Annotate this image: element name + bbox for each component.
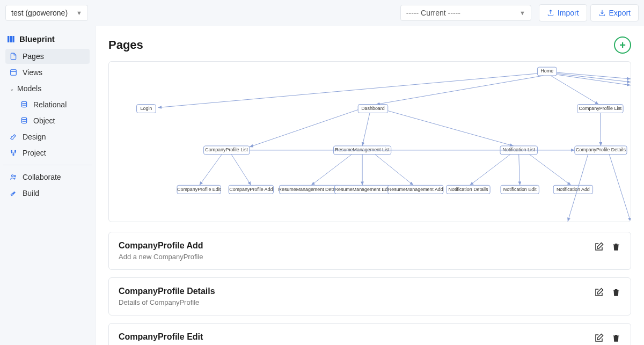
node-rm-edit: ResumeManagement Edit xyxy=(335,187,390,192)
main-content: Pages + Home Login Dashboard xyxy=(96,26,644,345)
sidebar-item-project[interactable]: Project xyxy=(5,145,90,160)
current-select-label: ----- Current ----- xyxy=(406,9,460,17)
divider xyxy=(3,165,92,165)
node-notif-add: Notification Add xyxy=(557,187,590,192)
export-button[interactable]: Export xyxy=(590,4,639,21)
svg-line-47 xyxy=(609,155,631,222)
database-icon xyxy=(20,101,28,108)
upload-icon xyxy=(547,9,554,17)
page-card-title: CompanyProfile Edit xyxy=(119,332,594,342)
svg-line-42 xyxy=(375,155,413,186)
page-title: Pages xyxy=(108,38,143,52)
node-login: Login xyxy=(141,106,152,111)
node-notif-details: Notification Details xyxy=(449,187,488,192)
sidebar-item-label: Collaborate xyxy=(23,173,61,181)
plus-icon: + xyxy=(619,39,626,52)
page-card-desc: Details of CompanyProfile xyxy=(119,298,594,306)
wrench-icon xyxy=(10,189,17,197)
sidebar-item-object[interactable]: Object xyxy=(16,113,90,128)
svg-point-8 xyxy=(13,154,14,155)
export-button-label: Export xyxy=(609,9,631,17)
node-rm-list: ResumeManagement List xyxy=(335,147,390,152)
svg-line-44 xyxy=(519,155,520,186)
edit-icon[interactable] xyxy=(594,288,604,297)
svg-line-29 xyxy=(551,76,598,105)
chevron-down-icon: ▼ xyxy=(76,10,82,16)
svg-line-28 xyxy=(376,76,543,105)
pages-diagram[interactable]: Home Login Dashboard CompanyProfile List… xyxy=(108,61,631,222)
svg-rect-0 xyxy=(8,36,9,42)
node-dashboard: Dashboard xyxy=(361,106,385,111)
trash-icon[interactable] xyxy=(611,333,621,343)
svg-line-27 xyxy=(158,74,537,107)
svg-line-35 xyxy=(388,111,514,145)
sidebar: Blueprint Pages Views ⌄ Models Relationa… xyxy=(0,26,96,345)
current-version-select[interactable]: ----- Current ----- ▼ xyxy=(400,5,531,21)
sidebar-item-label: Pages xyxy=(23,52,44,61)
svg-line-32 xyxy=(557,75,631,85)
topbar: test (gpowerone) ▼ ----- Current ----- ▼… xyxy=(0,0,644,26)
svg-point-7 xyxy=(14,150,16,151)
node-cp-edit: CompanyProfile Edit xyxy=(177,187,221,192)
sidebar-item-build[interactable]: Build xyxy=(5,186,90,201)
sidebar-heading-label: Blueprint xyxy=(19,34,55,43)
views-icon xyxy=(10,69,17,76)
sidebar-item-label: Relational xyxy=(33,100,67,109)
sidebar-item-label: Build xyxy=(23,189,39,197)
node-home: Home xyxy=(540,68,553,74)
svg-line-34 xyxy=(362,113,370,145)
sidebar-item-label: Project xyxy=(23,149,46,157)
node-cp-list-b: CompanyProfile List xyxy=(579,106,622,111)
svg-line-37 xyxy=(200,155,222,186)
svg-rect-3 xyxy=(11,70,17,76)
page-card[interactable]: CompanyProfile Details Details of Compan… xyxy=(108,277,631,315)
chevron-down-icon: ▼ xyxy=(519,10,525,16)
import-button[interactable]: Import xyxy=(539,4,587,21)
import-button-label: Import xyxy=(558,9,579,17)
svg-point-9 xyxy=(12,175,14,177)
diagram-svg: Home Login Dashboard CompanyProfile List… xyxy=(109,62,631,222)
svg-line-38 xyxy=(231,155,251,186)
sidebar-heading-blueprint[interactable]: Blueprint xyxy=(3,30,92,48)
sidebar-item-label: Design xyxy=(23,133,46,141)
svg-rect-1 xyxy=(10,36,12,42)
project-select[interactable]: test (gpowerone) ▼ xyxy=(5,5,88,21)
page-card[interactable]: CompanyProfile Add Add a new CompanyProf… xyxy=(108,232,631,270)
node-notif-edit: Notification Edit xyxy=(503,187,537,192)
svg-line-33 xyxy=(250,109,358,146)
project-icon xyxy=(10,149,17,157)
page-card-desc: Add a new CompanyProfile xyxy=(119,253,594,261)
people-icon xyxy=(10,173,17,181)
node-notif-list: Notification List xyxy=(503,147,536,152)
node-rm-details: ResumeManagement Details xyxy=(279,187,340,192)
page-card-title: CompanyProfile Add xyxy=(119,241,594,251)
node-rm-add: ResumeManagement Add xyxy=(388,187,443,192)
edit-icon[interactable] xyxy=(594,242,604,252)
trash-icon[interactable] xyxy=(611,288,621,297)
node-cp-list-a: CompanyProfile List xyxy=(205,147,248,152)
sidebar-item-collaborate[interactable]: Collaborate xyxy=(5,170,90,185)
page-card-title: CompanyProfile Details xyxy=(119,287,594,296)
blueprint-icon xyxy=(6,35,15,43)
svg-rect-2 xyxy=(12,36,14,42)
sidebar-item-label: Object xyxy=(33,116,55,125)
database-icon xyxy=(20,117,28,124)
brush-icon xyxy=(10,133,17,141)
add-page-button[interactable]: + xyxy=(614,36,631,54)
svg-point-6 xyxy=(11,150,12,151)
sidebar-item-views[interactable]: Views xyxy=(5,65,90,80)
svg-line-36 xyxy=(600,113,601,145)
svg-line-45 xyxy=(530,155,571,186)
sidebar-item-pages[interactable]: Pages xyxy=(5,49,90,64)
page-card[interactable]: CompanyProfile Edit Edit a CompanyProfil… xyxy=(108,323,631,345)
svg-point-4 xyxy=(21,101,26,104)
edit-icon[interactable] xyxy=(594,333,604,343)
project-select-label: test (gpowerone) xyxy=(11,9,68,17)
node-cp-add: CompanyProfile Add xyxy=(229,187,273,192)
sidebar-item-relational[interactable]: Relational xyxy=(16,97,90,112)
trash-icon[interactable] xyxy=(611,242,621,252)
sidebar-item-label: Views xyxy=(23,68,42,77)
sidebar-item-design[interactable]: Design xyxy=(5,129,90,144)
sidebar-item-models[interactable]: ⌄ Models xyxy=(5,81,90,96)
chevron-down-icon: ⌄ xyxy=(10,86,14,92)
